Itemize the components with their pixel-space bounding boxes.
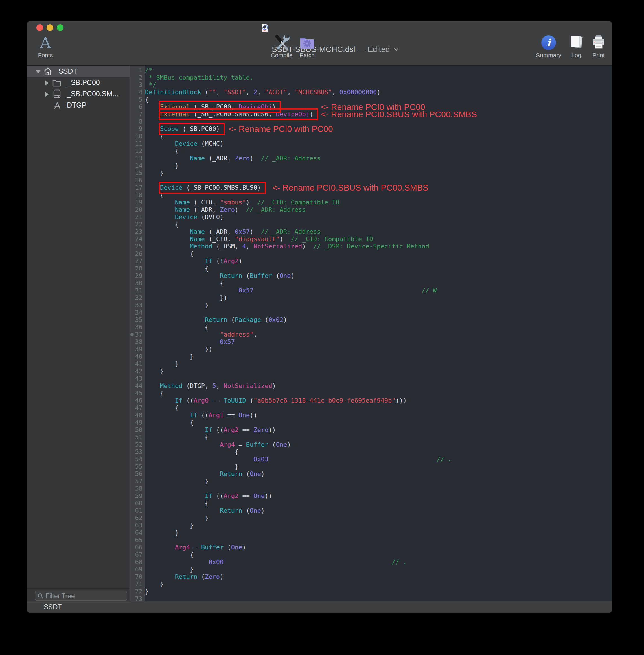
line-number: 24 [130, 235, 145, 243]
code-line: { [145, 191, 612, 199]
line-number: 47 [130, 404, 145, 412]
document-badge: DSL [261, 30, 268, 31]
line-number: 48 [130, 412, 145, 419]
code-line: If ((Arg2 == Zero)) [145, 426, 612, 434]
print-icon [582, 35, 612, 51]
line-number: 20 [130, 206, 145, 213]
line-number: 71 [130, 581, 145, 588]
disclosure-open-icon[interactable] [36, 70, 41, 73]
patch-button[interactable]: Patch [290, 35, 324, 59]
code-line: { [145, 551, 612, 559]
zoom-button[interactable] [57, 24, 64, 31]
code-line: Method (_DSM, 4, NotSerialized) // _DSM:… [145, 243, 612, 250]
line-number: 7 [130, 111, 145, 118]
code-line: Return (Zero) [145, 573, 612, 581]
code-line: } [145, 463, 612, 470]
code-line: { [145, 221, 612, 228]
line-number: 51 [130, 434, 145, 441]
fonts-label: Fonts [28, 52, 62, 59]
line-number: 58 [130, 485, 145, 492]
line-number: 35 [130, 316, 145, 323]
line-number: 64 [130, 529, 145, 537]
filter-tree-field[interactable] [35, 591, 127, 601]
code-line: DefinitionBlock ("", "SSDT", 2, "ACDT", … [145, 89, 612, 96]
print-button[interactable]: Print [582, 35, 612, 59]
sidebar-item-sb-pc00-sm[interactable]: _SB.PC00.SM... [27, 88, 130, 100]
line-number: 4 [130, 89, 145, 96]
code-line: { [145, 323, 612, 331]
code-line: } [145, 566, 612, 573]
line-number: 49 [130, 419, 145, 426]
code-line: Name (_CID, "diagsvault") // _CID: Compa… [145, 235, 612, 243]
line-number: 9 [130, 126, 145, 133]
code-line: } [145, 522, 612, 529]
disclosure-closed-icon[interactable] [45, 81, 49, 86]
line-number: 53 [130, 448, 145, 456]
line-number: 72 [130, 588, 145, 595]
fonts-icon: A [28, 35, 62, 51]
title-chevron-icon[interactable] [394, 48, 399, 51]
sidebar-item-dtgp[interactable]: DTGP [27, 100, 130, 111]
fonts-button[interactable]: A Fonts [28, 35, 62, 59]
status-text: SSDT [44, 601, 62, 612]
code-line: } [145, 301, 612, 309]
code-line: "address", [145, 331, 612, 338]
line-number: 1 [130, 67, 145, 74]
code-line [145, 177, 612, 184]
line-number: 2 [130, 74, 145, 81]
search-icon [38, 593, 43, 599]
line-number: 44 [130, 382, 145, 390]
home-icon [43, 67, 52, 77]
code-line: { [145, 448, 612, 456]
status-bar: SSDT [27, 601, 612, 613]
filter-tree-input[interactable] [45, 591, 125, 601]
code-line [145, 118, 612, 126]
line-number: 3 [130, 81, 145, 89]
code-editor[interactable]: 1234567891011121314151617181920212223242… [130, 66, 612, 601]
line-number: 40 [130, 353, 145, 360]
minimize-button[interactable] [47, 24, 53, 31]
line-number: 10 [130, 133, 145, 140]
tree-panel: SSDT _SB.PC00 [27, 66, 130, 589]
sidebar-item-ssdt[interactable]: SSDT [27, 66, 130, 77]
code-line: 0x57 [145, 338, 612, 345]
line-number: 61 [130, 507, 145, 514]
line-number: 15 [130, 170, 145, 177]
line-number: 17 [130, 184, 145, 191]
line-number: 30 [130, 279, 145, 287]
gutter: 1234567891011121314151617181920212223242… [130, 66, 145, 601]
line-number: 54 [130, 456, 145, 463]
line-number: 26 [130, 250, 145, 257]
code-line: { [145, 419, 612, 426]
disclosure-closed-icon[interactable] [45, 92, 49, 97]
code-line: { [145, 500, 612, 507]
code-line: If ((Arg2 == One)) [145, 492, 612, 500]
line-number: 41 [130, 360, 145, 367]
line-number: 62 [130, 514, 145, 522]
sidebar-item-sb-pc00[interactable]: _SB.PC00 [27, 77, 130, 88]
line-number: 60 [130, 500, 145, 507]
code-line: External (_SB_.PC00.SMBS.BUS0, DeviceObj… [145, 111, 612, 118]
line-number: 22 [130, 221, 145, 228]
line-number: 11 [130, 140, 145, 148]
close-button[interactable] [37, 24, 43, 31]
code-line: } [145, 162, 612, 170]
code-line: } [145, 478, 612, 485]
code-line: Return (One) [145, 507, 612, 514]
line-number: 69 [130, 566, 145, 573]
code-line: * SMBus compatibility table. [145, 74, 612, 81]
line-number: 43 [130, 375, 145, 382]
patch-label: Patch [290, 52, 324, 59]
line-number: 16 [130, 177, 145, 184]
code-line: Return (Package (0x02) [145, 316, 612, 323]
line-number: 46 [130, 397, 145, 404]
document-icon: DSL [261, 24, 268, 32]
line-number: 59 [130, 492, 145, 500]
code-line: 0x00 // . [145, 559, 612, 566]
print-label: Print [582, 52, 612, 59]
sidebar-item-label: DTGP [67, 101, 86, 109]
code-line: /* [145, 67, 612, 74]
code-line: Return (Buffer (One) [145, 272, 612, 279]
code-line: } [145, 360, 612, 367]
code-line: }) [145, 345, 612, 353]
